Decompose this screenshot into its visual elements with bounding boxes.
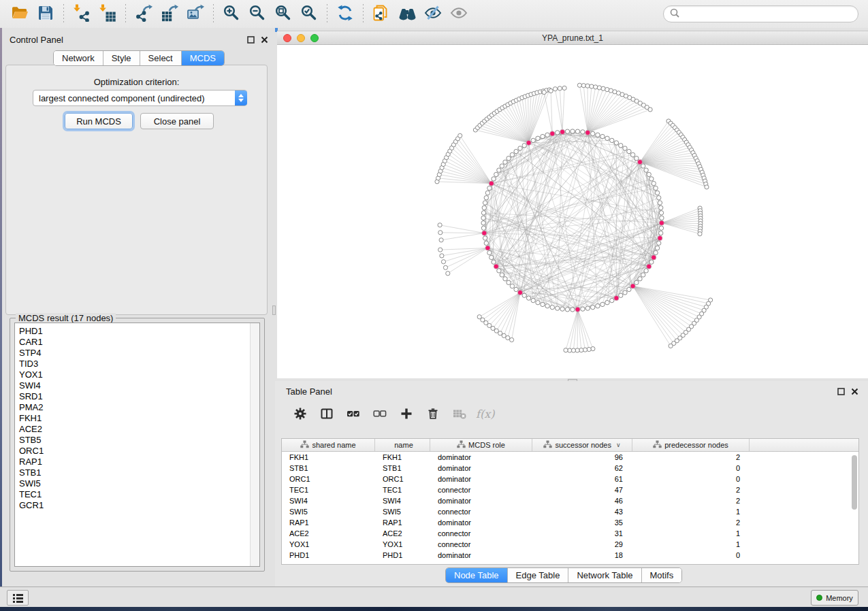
- tab-mcds[interactable]: MCDS: [182, 51, 224, 65]
- table-scrollbar-thumb[interactable]: [852, 455, 857, 510]
- mcds-hub-node[interactable]: [658, 235, 662, 240]
- tab-motifs[interactable]: Motifs: [642, 568, 682, 582]
- mcds-result-item[interactable]: RAP1: [15, 457, 251, 467]
- mcds-hub-node[interactable]: [517, 290, 522, 295]
- mcds-hub-node[interactable]: [560, 129, 565, 134]
- table-row[interactable]: STB1 STB1 dominator 62 0: [282, 463, 858, 474]
- table-row[interactable]: SWI5 SWI5 connector 43 1: [282, 506, 858, 517]
- mcds-result-item[interactable]: YOX1: [15, 369, 251, 380]
- mcds-result-item[interactable]: STB5: [15, 435, 251, 446]
- mcds-result-item[interactable]: ORC1: [15, 446, 251, 457]
- tab-select[interactable]: Select: [140, 51, 182, 65]
- mcds-result-item[interactable]: GCR1: [15, 500, 251, 511]
- close-panel-icon[interactable]: [851, 388, 858, 395]
- table-row[interactable]: ORC1 ORC1 dominator 61 0: [282, 474, 858, 484]
- hide-details-button[interactable]: [420, 3, 446, 26]
- mcds-hub-node[interactable]: [652, 255, 656, 260]
- open-file-button[interactable]: [7, 3, 33, 26]
- import-network-button[interactable]: [69, 3, 95, 26]
- settings-button[interactable]: [289, 405, 312, 425]
- search-input[interactable]: [680, 8, 858, 20]
- import-table-button[interactable]: [95, 3, 120, 26]
- binoculars-button[interactable]: [394, 3, 420, 26]
- mcds-hub-node[interactable]: [647, 264, 652, 269]
- mcds-hub-node[interactable]: [494, 264, 498, 269]
- export-network-button[interactable]: [131, 3, 157, 26]
- mcds-hub-node[interactable]: [575, 307, 580, 312]
- deselect-all-button[interactable]: [368, 405, 391, 425]
- columns-button[interactable]: [315, 405, 338, 425]
- column-header-predecessor-nodes[interactable]: predecessor nodes: [632, 439, 750, 451]
- network-view-titlebar[interactable]: YPA_prune.txt_1: [277, 31, 868, 45]
- close-panel-button[interactable]: Close panel: [140, 113, 214, 129]
- table-row[interactable]: ACE2 ACE2 connector 31 1: [282, 528, 858, 539]
- refresh-button[interactable]: [332, 3, 358, 26]
- column-header-name[interactable]: name: [375, 439, 430, 451]
- zoom-out-button[interactable]: [244, 3, 270, 26]
- tab-network-table[interactable]: Network Table: [568, 568, 641, 582]
- show-details-button[interactable]: [446, 3, 472, 26]
- export-table-button[interactable]: [157, 3, 182, 26]
- mcds-result-item[interactable]: STP4: [15, 348, 251, 359]
- table-row[interactable]: PHD1 PHD1 dominator 18 0: [282, 550, 858, 561]
- table-toolbar: f(x): [275, 401, 868, 429]
- mcds-hub-node[interactable]: [630, 284, 635, 288]
- mcds-hub-node[interactable]: [482, 231, 487, 235]
- mcds-result-item[interactable]: SWI4: [15, 380, 251, 391]
- mcds-result-item[interactable]: SRD1: [15, 391, 251, 402]
- mcds-hub-node[interactable]: [485, 246, 490, 250]
- mcds-hub-node[interactable]: [659, 220, 664, 225]
- tab-network[interactable]: Network: [54, 51, 103, 65]
- search-box[interactable]: [663, 5, 858, 22]
- criterion-select[interactable]: largest connected component (undirected): [33, 90, 247, 106]
- tab-edge-table[interactable]: Edge Table: [508, 568, 569, 582]
- network-canvas[interactable]: [277, 45, 868, 378]
- run-mcds-button[interactable]: Run MCDS: [65, 113, 133, 129]
- float-panel-icon[interactable]: [837, 388, 845, 395]
- vertical-splitter-handle[interactable]: [272, 306, 276, 315]
- mcds-result-list[interactable]: PHD1CAR1STP4TID3YOX1SWI4SRD1PMA2FKH1ACE2…: [14, 323, 260, 567]
- mcds-result-item[interactable]: CAR1: [15, 337, 251, 348]
- function-builder-button[interactable]: f(x): [475, 405, 498, 425]
- zoom-selected-button[interactable]: [296, 3, 322, 26]
- mcds-result-item[interactable]: SWI5: [15, 478, 251, 489]
- mcds-hub-node[interactable]: [526, 140, 531, 145]
- table-row[interactable]: TEC1 TEC1 connector 47 2: [282, 484, 858, 495]
- column-header-MCDS-role[interactable]: MCDS role: [430, 439, 532, 451]
- mcds-result-item[interactable]: ACE2: [15, 424, 251, 435]
- mcds-hub-node[interactable]: [637, 160, 642, 165]
- console-button[interactable]: [7, 590, 29, 606]
- float-panel-icon[interactable]: [247, 36, 255, 44]
- clone-network-button[interactable]: [368, 3, 394, 26]
- mcds-hub-node[interactable]: [585, 130, 590, 135]
- table-row[interactable]: YOX1 YOX1 connector 29 1: [282, 539, 858, 550]
- mcds-list-scrollbar[interactable]: [250, 323, 259, 566]
- mcds-result-item[interactable]: PHD1: [15, 326, 251, 337]
- tab-node-table[interactable]: Node Table: [446, 568, 508, 582]
- save-session-button[interactable]: [33, 3, 59, 26]
- mcds-result-item[interactable]: TID3: [15, 359, 251, 369]
- memory-button[interactable]: Memory: [811, 590, 858, 606]
- mcds-result-item[interactable]: PMA2: [15, 402, 251, 413]
- export-image-button[interactable]: [182, 3, 208, 26]
- close-panel-icon[interactable]: [261, 36, 268, 44]
- mcds-hub-node[interactable]: [550, 131, 555, 136]
- table-row[interactable]: RAP1 RAP1 dominator 35 2: [282, 517, 858, 528]
- select-all-button[interactable]: [342, 405, 365, 425]
- table-row[interactable]: SWI4 SWI4 dominator 46 2: [282, 495, 858, 506]
- delete-button[interactable]: [421, 405, 445, 425]
- zoom-fit-button[interactable]: [270, 3, 296, 26]
- network-graph[interactable]: [277, 45, 868, 378]
- zoom-in-button[interactable]: [219, 3, 244, 26]
- mcds-hub-node[interactable]: [489, 181, 494, 186]
- table-row[interactable]: FKH1 FKH1 dominator 96 2: [282, 452, 858, 463]
- tab-style[interactable]: Style: [103, 51, 140, 65]
- mcds-result-item[interactable]: STB1: [15, 467, 251, 478]
- delete-table-button[interactable]: [448, 405, 471, 425]
- mcds-result-item[interactable]: FKH1: [15, 413, 251, 424]
- mcds-hub-node[interactable]: [614, 296, 619, 301]
- column-header-successor-nodes[interactable]: successor nodes∨: [532, 439, 632, 451]
- mcds-result-item[interactable]: TEC1: [15, 489, 251, 500]
- add-button[interactable]: [395, 405, 418, 425]
- column-header-shared-name[interactable]: shared name: [282, 439, 375, 451]
